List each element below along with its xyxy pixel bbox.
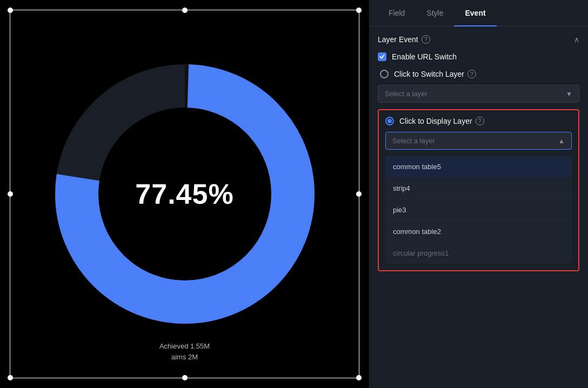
- percentage-value: 77.45%: [135, 178, 233, 210]
- tab-event[interactable]: Event: [454, 0, 496, 26]
- dropdown-item-2[interactable]: pie3: [385, 199, 572, 221]
- chart-label-line2: aims 2M: [159, 352, 210, 363]
- handle-tr[interactable]: [356, 8, 362, 13]
- switch-layer-select-wrapper: Select a layer ▼: [378, 85, 579, 103]
- handle-br[interactable]: [356, 375, 362, 380]
- right-panel: Field Style Event Layer Event ? ∧ Enable…: [369, 0, 588, 388]
- handle-bc[interactable]: [182, 375, 188, 380]
- dropdown-item-0[interactable]: common table5: [385, 156, 572, 178]
- section-title: Layer Event ?: [378, 35, 430, 44]
- click-to-switch-layer-label: Click to Switch Layer ?: [394, 70, 476, 78]
- enable-url-switch-label: Enable URL Switch: [392, 52, 457, 61]
- tab-field[interactable]: Field: [378, 0, 416, 26]
- click-to-display-layer-label: Click to Display Layer ?: [399, 117, 484, 125]
- chart-label: Achieved 1.55M aims 2M: [159, 341, 210, 362]
- section-title-text: Layer Event: [378, 35, 418, 44]
- chart-panel: 77.45% Achieved 1.55M aims 2M: [0, 0, 369, 388]
- section-header: Layer Event ? ∧: [378, 35, 579, 44]
- handle-tl[interactable]: [8, 8, 13, 13]
- click-to-switch-layer-row: Click to Switch Layer ?: [378, 70, 579, 78]
- display-layer-select[interactable]: Select a layer ▲: [385, 132, 572, 150]
- panel-content: Layer Event ? ∧ Enable URL Switch Click …: [369, 26, 588, 388]
- section-help-icon[interactable]: ?: [422, 35, 430, 44]
- chart-center-text: 77.45%: [135, 178, 233, 210]
- click-to-display-layer-row: Click to Display Layer ?: [385, 117, 572, 125]
- display-layer-arrow-icon: ▲: [558, 137, 565, 145]
- collapse-icon[interactable]: ∧: [574, 35, 579, 44]
- display-layer-select-wrapper: Select a layer ▲: [385, 132, 572, 150]
- radio-inner-dot: [387, 119, 392, 123]
- switch-layer-placeholder: Select a layer: [385, 90, 427, 98]
- dropdown-item-4[interactable]: circular progress1: [385, 243, 572, 264]
- handle-tc[interactable]: [182, 8, 188, 13]
- enable-url-switch-checkbox[interactable]: [378, 52, 386, 61]
- dropdown-item-1[interactable]: strip4: [385, 178, 572, 199]
- dropdown-item-3[interactable]: common table2: [385, 221, 572, 243]
- chart-label-line1: Achieved 1.55M: [159, 341, 210, 352]
- display-layer-help-icon[interactable]: ?: [476, 117, 484, 125]
- handle-bl[interactable]: [8, 375, 13, 380]
- enable-url-switch-row: Enable URL Switch: [378, 52, 579, 61]
- tab-style[interactable]: Style: [416, 0, 454, 26]
- checkmark-icon: [379, 54, 385, 59]
- handle-mr[interactable]: [356, 191, 362, 197]
- switch-layer-help-icon[interactable]: ?: [467, 70, 476, 78]
- tabs-bar: Field Style Event: [369, 0, 588, 26]
- display-layer-placeholder: Select a layer: [392, 137, 435, 145]
- click-to-display-layer-radio[interactable]: [385, 117, 394, 125]
- click-to-display-layer-section: Click to Display Layer ? Select a layer …: [378, 109, 579, 271]
- switch-layer-select[interactable]: Select a layer ▼: [378, 85, 579, 103]
- click-to-switch-layer-radio[interactable]: [380, 70, 389, 78]
- handle-ml[interactable]: [8, 191, 13, 197]
- switch-layer-arrow-icon: ▼: [566, 90, 572, 98]
- layer-dropdown-list: common table5 strip4 pie3 common table2 …: [385, 156, 572, 264]
- donut-chart: 77.45%: [44, 53, 325, 335]
